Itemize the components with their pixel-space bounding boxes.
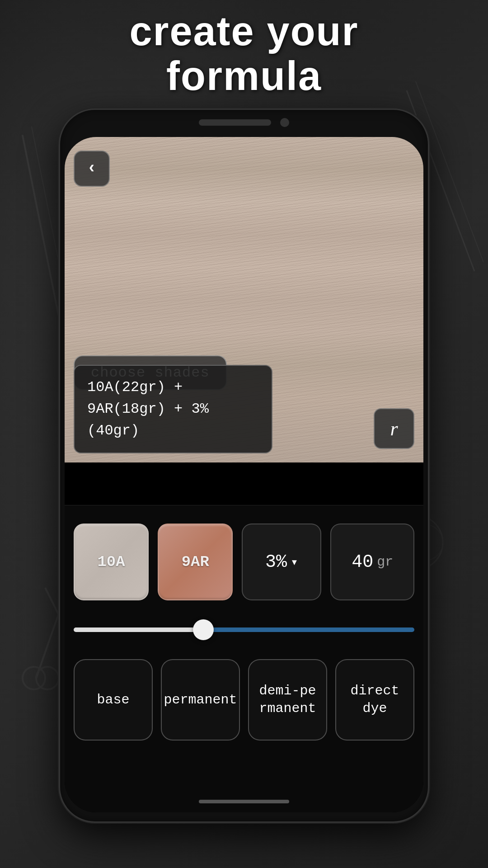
r-label: r xyxy=(390,417,398,440)
formula-type-direct-dye-label: direct dye xyxy=(336,682,413,717)
slider-container[interactable] xyxy=(74,618,414,641)
swatch-9ar[interactable]: 9AR xyxy=(158,524,233,600)
percent-value: 3% xyxy=(265,552,287,572)
grams-value: 40 xyxy=(352,552,373,572)
swatch-9ar-label: 9AR xyxy=(182,553,209,571)
formula-type-demi-permanent-label: demi-pe rmanent xyxy=(249,682,326,717)
grams-box[interactable]: 40 gr xyxy=(330,524,414,600)
r-button[interactable]: r xyxy=(374,408,414,449)
formula-type-base[interactable]: base xyxy=(74,659,153,741)
phone-frame: ‹ choose shades 10A(22gr) + 9AR(18gr) + … xyxy=(59,108,429,823)
back-button[interactable]: ‹ xyxy=(74,151,110,187)
formula-types-row: base permanent demi-pe rmanent direct dy… xyxy=(74,659,414,741)
formula-type-direct-dye[interactable]: direct dye xyxy=(335,659,414,741)
page-title-line2: formula xyxy=(0,54,488,99)
phone-screen: ‹ choose shades 10A(22gr) + 9AR(18gr) + … xyxy=(65,137,423,812)
swatch-10a-label: 10A xyxy=(97,553,125,571)
page-title-area: create your formula xyxy=(0,9,488,99)
dropdown-arrow-icon: ▾ xyxy=(291,554,298,570)
back-icon: ‹ xyxy=(87,160,97,177)
svg-point-14 xyxy=(36,667,59,689)
notch-camera xyxy=(280,118,289,127)
percent-dropdown[interactable]: 3% ▾ xyxy=(242,524,321,600)
formula-display-box: 10A(22gr) + 9AR(18gr) + 3%(40gr) xyxy=(74,365,272,453)
page-title-line1: create your xyxy=(0,9,488,54)
formula-type-base-label: base xyxy=(97,691,129,709)
home-bar xyxy=(199,800,289,803)
swatch-10a[interactable]: 10A xyxy=(74,524,149,600)
formula-type-demi-permanent[interactable]: demi-pe rmanent xyxy=(248,659,327,741)
bottom-panel: 10A 9AR 3% ▾ 40 gr xyxy=(65,505,423,812)
slider-thumb[interactable] xyxy=(193,619,214,640)
phone-notch xyxy=(199,118,289,127)
formula-type-permanent-label: permanent xyxy=(164,691,237,709)
svg-point-15 xyxy=(23,667,45,689)
formula-type-permanent[interactable]: permanent xyxy=(161,659,240,741)
hair-preview-image: ‹ choose shades 10A(22gr) + 9AR(18gr) + … xyxy=(65,137,423,462)
swatches-row: 10A 9AR 3% ▾ 40 gr xyxy=(74,524,414,600)
formula-text: 10A(22gr) + 9AR(18gr) + 3%(40gr) xyxy=(87,377,259,442)
notch-pill xyxy=(199,119,271,126)
slider-track xyxy=(74,627,414,632)
grams-unit-label: gr xyxy=(377,554,393,570)
